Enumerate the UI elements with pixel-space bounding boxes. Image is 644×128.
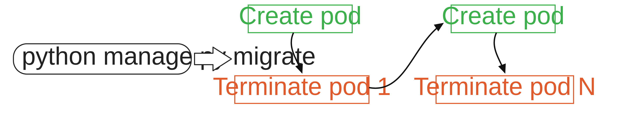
create-pod-1-box: Create pod (239, 2, 362, 33)
create-pod-1-label: Create pod (239, 2, 362, 29)
terminate-pod-1-box: Terminate pod 1 (213, 73, 391, 103)
command-label: python manage.py migrate (22, 42, 316, 70)
arrow-icon (494, 33, 505, 73)
terminate-pod-n-label: Terminate pod N (414, 73, 596, 100)
diagram-canvas: python manage.py migrate Create pod Term… (0, 0, 644, 128)
terminate-pod-n-box: Terminate pod N (414, 73, 596, 103)
command-box: python manage.py migrate (14, 42, 316, 74)
create-pod-n-box: Create pod (442, 2, 564, 33)
create-pod-n-label: Create pod (442, 2, 564, 29)
terminate-pod-1-label: Terminate pod 1 (213, 73, 391, 100)
